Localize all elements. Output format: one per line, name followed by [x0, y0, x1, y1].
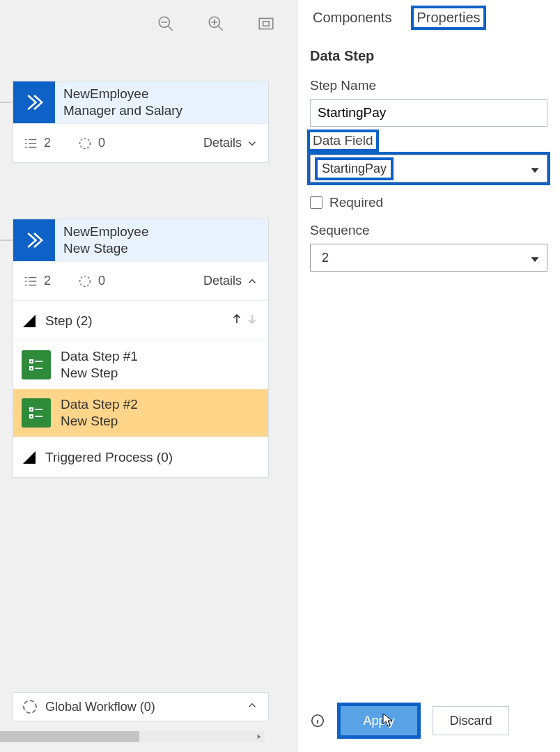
svg-marker-35 [531, 257, 538, 262]
sequence-select[interactable]: 2 [310, 244, 547, 272]
process-count-value: 0 [98, 136, 105, 150]
data-field-label: Data Field [310, 132, 376, 149]
step-section-header[interactable]: Step (2) [13, 300, 268, 340]
chevron-up-icon [246, 699, 258, 715]
step-title: Data Step #1 [61, 348, 138, 365]
step-section-label: Step (2) [45, 313, 93, 329]
data-step-item[interactable]: Data Step #1 New Step [13, 340, 268, 389]
discard-button[interactable]: Discard [433, 706, 509, 735]
step-count-value: 2 [44, 274, 51, 288]
connector-line [0, 102, 13, 103]
data-step-icon [22, 398, 51, 428]
move-down-icon[interactable] [246, 311, 258, 330]
chevron-down-icon [530, 164, 540, 173]
stage-chevron-icon [13, 219, 55, 261]
details-toggle[interactable]: Details [203, 136, 258, 150]
svg-point-15 [80, 138, 91, 148]
scroll-right-icon[interactable] [254, 731, 265, 742]
required-checkbox[interactable]: Required [310, 195, 547, 210]
connector-line [0, 240, 13, 241]
zoom-in-icon[interactable] [205, 13, 227, 35]
svg-point-22 [80, 276, 91, 286]
data-step-item-selected[interactable]: Data Step #2 New Step [13, 389, 268, 437]
stage-header[interactable]: NewEmployee New Stage [13, 219, 268, 261]
global-workflow-bar[interactable]: Global Workflow (0) [13, 692, 269, 721]
fit-screen-icon[interactable] [255, 13, 277, 35]
chevron-down-icon [530, 253, 540, 263]
zoom-out-icon[interactable] [155, 13, 177, 35]
stage-entity: NewEmployee [63, 86, 182, 102]
data-field-select[interactable]: StartingPay [310, 155, 547, 182]
step-subtitle: New Step [61, 365, 138, 382]
stage-chevron-icon [13, 81, 55, 123]
step-count: 2 [23, 274, 51, 289]
scrollbar-thumb[interactable] [0, 731, 139, 742]
sequence-value: 2 [318, 249, 333, 267]
svg-line-1 [168, 26, 173, 31]
step-title: Data Step #2 [61, 396, 138, 413]
triggered-process-label: Triggered Process (0) [45, 450, 173, 465]
svg-marker-34 [531, 168, 538, 173]
checkbox-box[interactable] [310, 196, 322, 209]
workflow-icon [23, 700, 37, 714]
tab-components[interactable]: Components [310, 8, 394, 27]
process-count: 0 [77, 274, 105, 289]
step-name-input[interactable] [310, 99, 547, 127]
process-count: 0 [77, 136, 105, 151]
panel-title: Data Step [310, 48, 547, 64]
stage-card[interactable]: NewEmployee New Stage 2 0 Details [13, 219, 269, 478]
stage-entity: NewEmployee [63, 224, 149, 240]
stage-name: New Stage [63, 240, 149, 257]
triangle-icon [23, 451, 36, 464]
stage-name: Manager and Salary [63, 102, 182, 119]
apply-button[interactable]: Apply [341, 706, 417, 735]
required-label: Required [329, 195, 383, 210]
step-count: 2 [23, 136, 51, 151]
svg-marker-33 [258, 735, 261, 739]
info-icon[interactable] [310, 713, 325, 728]
svg-rect-27 [30, 367, 33, 370]
chevron-up-icon [246, 275, 258, 288]
sequence-label: Sequence [310, 223, 547, 238]
stage-card[interactable]: NewEmployee Manager and Salary 2 0 Detai… [13, 81, 269, 163]
horizontal-scrollbar[interactable] [0, 731, 265, 742]
svg-rect-8 [263, 22, 270, 26]
stage-header[interactable]: NewEmployee Manager and Salary [13, 81, 268, 123]
details-label: Details [203, 274, 242, 288]
step-subtitle: New Step [61, 413, 138, 430]
triggered-process-header[interactable]: Triggered Process (0) [13, 437, 268, 477]
discard-label: Discard [449, 714, 492, 728]
apply-label: Apply [363, 714, 394, 728]
process-count-value: 0 [98, 274, 105, 288]
svg-rect-29 [30, 408, 33, 411]
tab-properties[interactable]: Properties [414, 8, 483, 27]
data-step-icon [22, 350, 51, 379]
svg-rect-7 [259, 18, 273, 29]
chevron-down-icon [246, 137, 258, 150]
move-up-icon[interactable] [231, 311, 243, 330]
step-name-label: Step Name [310, 78, 547, 93]
global-workflow-label: Global Workflow (0) [45, 700, 155, 714]
details-toggle[interactable]: Details [203, 274, 258, 288]
details-label: Details [203, 136, 242, 150]
step-count-value: 2 [44, 136, 51, 150]
svg-rect-31 [30, 415, 33, 418]
data-field-value: StartingPay [318, 160, 391, 178]
svg-rect-25 [30, 360, 33, 363]
svg-line-4 [218, 26, 223, 31]
triangle-icon [23, 315, 36, 327]
